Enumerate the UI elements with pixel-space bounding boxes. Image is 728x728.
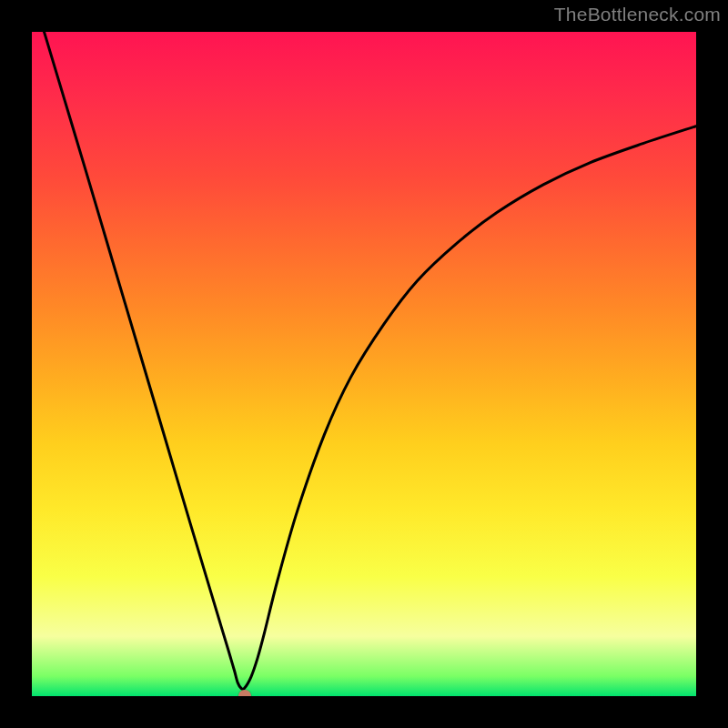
optimum-marker <box>238 690 251 696</box>
chart-frame: TheBottleneck.com <box>0 0 728 728</box>
watermark-text: TheBottleneck.com <box>554 4 721 25</box>
curve-svg <box>32 32 696 696</box>
bottleneck-curve-path <box>32 32 696 689</box>
plot-area <box>32 32 696 696</box>
